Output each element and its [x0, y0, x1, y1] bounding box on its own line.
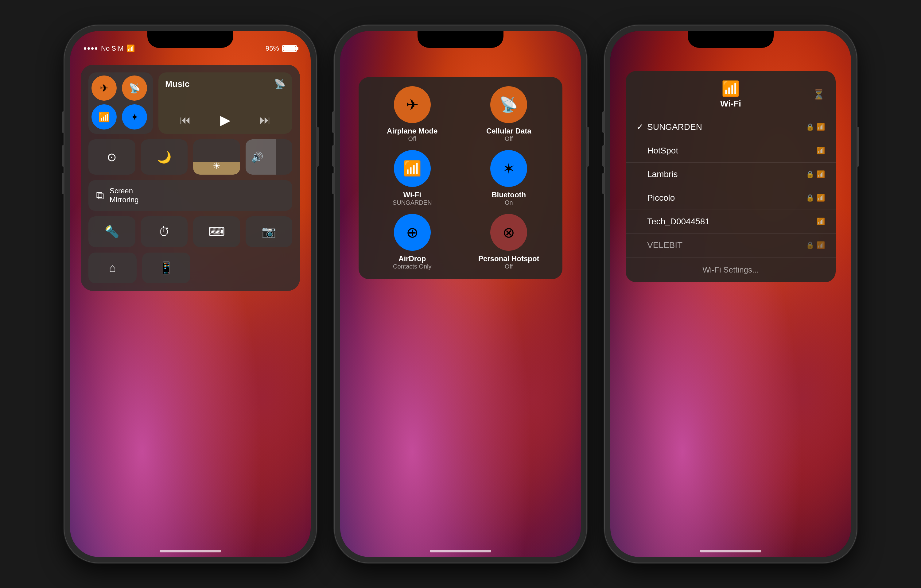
timer-icon: ⏱	[158, 225, 170, 239]
network-icons-piccolo: 🔒 📶	[806, 194, 825, 202]
lock-icon-lambris: 🔒	[806, 171, 814, 178]
fast-forward-button[interactable]: ⏭	[260, 114, 271, 127]
hotspot-item[interactable]: ⊗ Personal Hotspot Off	[464, 214, 553, 270]
wifi-title-area: 📶 Wi-Fi	[649, 80, 813, 109]
wifi-header: 📶 Wi-Fi ⏳	[626, 71, 836, 115]
airplane-mode-item[interactable]: ✈ Airplane Mode Off	[368, 86, 457, 142]
home-indicator[interactable]	[159, 550, 221, 552]
wifi-network-piccolo[interactable]: Piccolo 🔒 📶	[626, 186, 836, 210]
wifi-strength-icon-velebit: 📶	[817, 241, 825, 249]
carrier-label: No SIM	[101, 44, 124, 52]
screen-mirror-label: ScreenMirroring	[110, 187, 139, 205]
music-title: Music	[165, 79, 189, 89]
bluetooth-item[interactable]: ✶ Bluetooth On	[464, 150, 553, 206]
do-not-disturb-icon: 🌙	[157, 150, 171, 164]
signal-bars	[84, 47, 97, 50]
wifi-large-icon: 📶	[721, 80, 740, 97]
rewind-button[interactable]: ⏮	[180, 114, 191, 127]
network-icons-hotspot: 📶	[817, 147, 825, 155]
loading-spinner: ⏳	[813, 89, 825, 100]
phone-3-screen: 📶 Wi-Fi ⏳ ✓ SUNGARDEN 🔒 📶 HotSpot 📶	[610, 31, 851, 557]
home-indicator-3[interactable]	[700, 550, 762, 552]
calculator-button[interactable]: ⌨	[193, 216, 240, 247]
play-button[interactable]: ▶	[220, 112, 231, 128]
notch-3	[688, 31, 774, 48]
status-right: 95%	[265, 44, 297, 52]
cellular-data-circle: 📡	[490, 86, 527, 123]
screen-mirroring-button[interactable]: ⧉ ScreenMirroring	[88, 180, 292, 211]
timer-button[interactable]: ⏱	[141, 216, 188, 247]
wifi-settings-label: Wi-Fi Settings...	[703, 265, 758, 275]
battery-percentage: 95%	[265, 44, 279, 52]
notch	[147, 31, 233, 48]
wifi-panel: 📶 Wi-Fi ⏳ ✓ SUNGARDEN 🔒 📶 HotSpot 📶	[626, 71, 836, 282]
lock-icon-velebit: 🔒	[806, 241, 814, 249]
wifi-circle: 📶	[394, 150, 431, 187]
remote-button[interactable]: 📱	[142, 253, 190, 283]
brightness-icon: ☀	[213, 161, 220, 171]
lock-icon: 🔒	[806, 123, 814, 131]
spacer	[196, 253, 292, 283]
wifi-strength-icon-lambris: 📶	[817, 171, 825, 178]
checkmark-icon: ✓	[636, 122, 647, 132]
network-icons-velebit: 🔒 📶	[806, 241, 825, 249]
home-button[interactable]: ⌂	[88, 253, 137, 283]
phone-1-screen: No SIM 📶 95% ✈ 📡 📶	[70, 31, 311, 557]
flashlight-icon: 🔦	[105, 225, 119, 239]
airplane-mode-button[interactable]: ✈	[91, 75, 117, 101]
connectivity-block: ✈ 📡 📶 ✦	[88, 72, 153, 134]
cellular-data-button[interactable]: 📡	[122, 75, 147, 101]
wifi-network-sungarden[interactable]: ✓ SUNGARDEN 🔒 📶	[626, 115, 836, 139]
bluetooth-button[interactable]: ✦	[122, 104, 147, 130]
brightness-slider[interactable]: ☀	[193, 139, 240, 175]
volume-icon: 🔊	[251, 151, 264, 163]
rotation-lock-button[interactable]: ⊙	[88, 139, 135, 175]
wifi-settings-link[interactable]: Wi-Fi Settings...	[626, 257, 836, 282]
cc-row-3: ⧉ ScreenMirroring	[88, 180, 292, 211]
cellular-data-item[interactable]: 📡 Cellular Data Off	[464, 86, 553, 142]
network-icons-lambris: 🔒 📶	[806, 171, 825, 178]
calculator-icon: ⌨	[208, 225, 225, 239]
wifi-strength-icon-tech: 📶	[817, 218, 825, 226]
do-not-disturb-button[interactable]: 🌙	[141, 139, 188, 175]
network-name-lambris: Lambris	[647, 169, 806, 179]
control-center-panel: ✈ 📡 📶 ✦ Music 📡 ⏮ ▶ ⏭	[81, 65, 300, 291]
home-icon: ⌂	[109, 262, 116, 275]
airplane-mode-circle: ✈	[394, 86, 431, 123]
hotspot-label: Personal Hotspot Off	[478, 254, 539, 270]
wifi-status-icon: 📶	[127, 44, 135, 52]
phone-3: 📶 Wi-Fi ⏳ ✓ SUNGARDEN 🔒 📶 HotSpot 📶	[605, 26, 856, 562]
wifi-network-velebit[interactable]: VELEBIT 🔒 📶	[626, 234, 836, 257]
wifi-strength-icon-hotspot: 📶	[817, 147, 825, 155]
network-name-hotspot: HotSpot	[647, 146, 817, 156]
home-indicator-2[interactable]	[430, 550, 491, 552]
network-name-piccolo: Piccolo	[647, 193, 806, 203]
airdrop-circle: ⊕	[394, 214, 431, 251]
music-card: Music 📡 ⏮ ▶ ⏭	[158, 72, 292, 134]
camera-icon: 📷	[262, 225, 276, 239]
flashlight-button[interactable]: 🔦	[88, 216, 135, 247]
cc-row-5: ⌂ 📱	[88, 253, 292, 283]
airdrop-label: AirDrop Contacts Only	[393, 254, 432, 270]
wifi-network-lambris[interactable]: Lambris 🔒 📶	[626, 162, 836, 186]
airdrop-item[interactable]: ⊕ AirDrop Contacts Only	[368, 214, 457, 270]
connectivity-expanded-panel: ✈ Airplane Mode Off 📡 Cellular Data Off	[359, 77, 562, 279]
airplane-mode-label: Airplane Mode Off	[387, 127, 438, 142]
wifi-strength-icon: 📶	[817, 123, 825, 131]
notch-2	[418, 31, 503, 48]
status-left: No SIM 📶	[84, 44, 135, 52]
cc-row-2: ⊙ 🌙 ☀ 🔊	[88, 139, 292, 175]
wifi-button[interactable]: 📶	[91, 104, 117, 130]
wifi-item[interactable]: 📶 Wi-Fi SUNGARDEN	[368, 150, 457, 206]
wifi-network-hotspot[interactable]: HotSpot 📶	[626, 139, 836, 162]
airplay-icon[interactable]: 📡	[274, 78, 285, 89]
network-name-sungarden: SUNGARDEN	[647, 122, 806, 132]
network-icons-sungarden: 🔒 📶	[806, 123, 825, 131]
battery-indicator	[282, 45, 297, 52]
network-name-tech: Tech_D0044581	[647, 217, 817, 226]
rotation-lock-icon: ⊙	[107, 150, 117, 164]
wifi-network-tech[interactable]: Tech_D0044581 📶	[626, 210, 836, 234]
volume-slider[interactable]: 🔊	[246, 139, 293, 175]
camera-button[interactable]: 📷	[246, 216, 293, 247]
wifi-label: Wi-Fi SUNGARDEN	[393, 190, 432, 206]
